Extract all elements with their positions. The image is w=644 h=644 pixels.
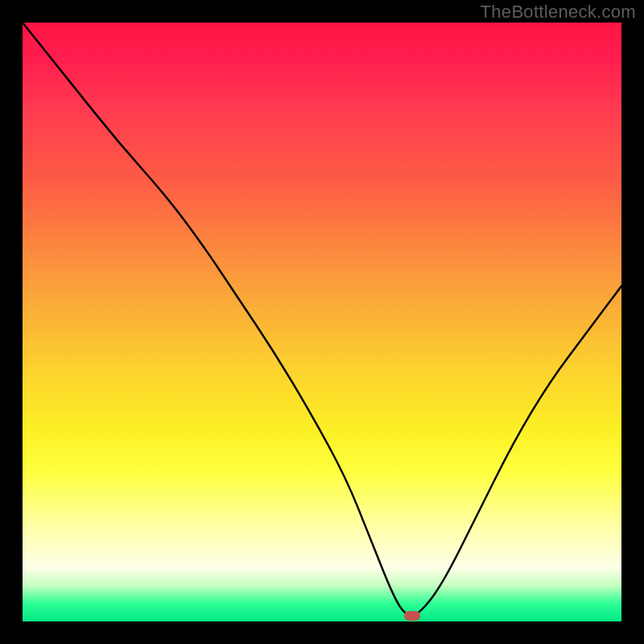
- plot-area: [23, 23, 621, 621]
- bottleneck-curve: [23, 23, 621, 621]
- chart-frame: TheBottleneck.com: [0, 0, 644, 644]
- optimum-marker: [404, 611, 420, 621]
- watermark-text: TheBottleneck.com: [481, 2, 636, 23]
